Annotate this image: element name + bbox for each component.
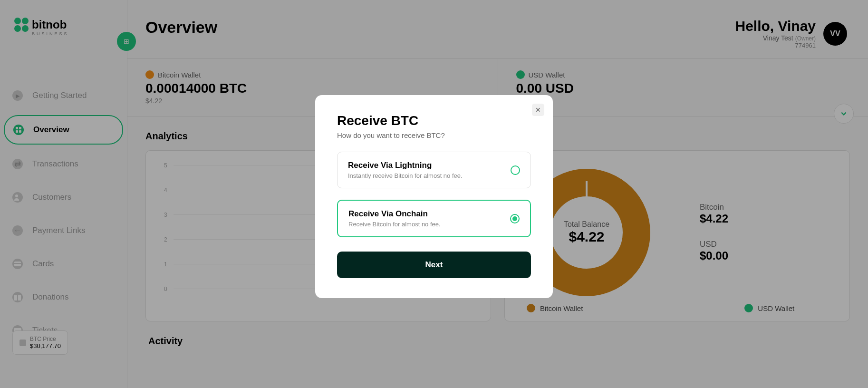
option-desc: Instantly receive Bitcoin for almost no … [348,172,463,179]
radio-checked [510,214,520,223]
receive-btc-modal: ✕ Receive BTC How do you want to receive… [315,95,553,298]
modal-title: Receive BTC [337,113,531,128]
option-desc: Receive Bitcoin for almost no fee. [348,221,441,228]
option-lightning[interactable]: Receive Via Lightning Instantly receive … [337,152,531,188]
close-button[interactable]: ✕ [532,104,544,116]
modal-subtitle: How do you want to receive BTC? [337,131,531,139]
option-title: Receive Via Lightning [348,161,463,170]
radio-unchecked [511,165,520,175]
next-button[interactable]: Next [337,252,531,278]
option-onchain[interactable]: Receive Via Onchain Receive Bitcoin for … [337,200,531,237]
close-icon: ✕ [535,106,541,114]
option-title: Receive Via Onchain [348,209,441,219]
